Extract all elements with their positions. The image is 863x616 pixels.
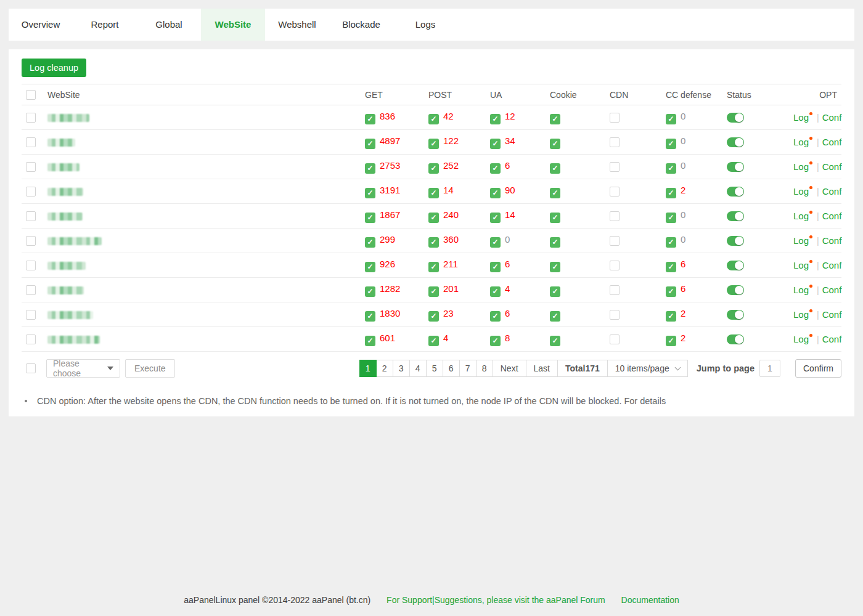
cdn-checkbox[interactable] bbox=[610, 187, 620, 197]
get-check-icon[interactable]: ✓ bbox=[365, 311, 375, 322]
get-check-icon[interactable]: ✓ bbox=[365, 286, 375, 297]
cc-defense-check-icon[interactable]: ✓ bbox=[666, 336, 676, 346]
website-name-redacted[interactable] bbox=[47, 237, 102, 245]
log-link[interactable]: Log bbox=[793, 260, 809, 270]
ua-check-icon[interactable]: ✓ bbox=[490, 163, 501, 174]
cdn-checkbox[interactable] bbox=[610, 310, 620, 320]
page-button-3[interactable]: 3 bbox=[393, 360, 410, 377]
page-button-5[interactable]: 5 bbox=[426, 360, 443, 377]
row-checkbox[interactable] bbox=[26, 310, 36, 320]
batch-action-select[interactable]: Please choose bbox=[46, 359, 120, 378]
items-per-page-select[interactable]: 10 items/page bbox=[607, 360, 688, 377]
cdn-checkbox[interactable] bbox=[610, 285, 620, 295]
page-button-1[interactable]: 1 bbox=[359, 360, 377, 377]
website-name-redacted[interactable] bbox=[47, 336, 100, 344]
cookie-check-icon[interactable]: ✓ bbox=[550, 213, 560, 223]
row-checkbox[interactable] bbox=[26, 162, 36, 172]
cookie-check-icon[interactable]: ✓ bbox=[550, 262, 560, 272]
log-link[interactable]: Log bbox=[793, 186, 809, 197]
cc-defense-check-icon[interactable]: ✓ bbox=[666, 262, 676, 272]
cookie-check-icon[interactable]: ✓ bbox=[550, 188, 560, 198]
execute-button[interactable]: Execute bbox=[125, 359, 175, 378]
post-check-icon[interactable]: ✓ bbox=[428, 237, 439, 248]
conf-link[interactable]: Conf bbox=[822, 211, 842, 221]
jump-page-input[interactable] bbox=[759, 360, 780, 377]
log-link[interactable]: Log bbox=[793, 211, 809, 221]
conf-link[interactable]: Conf bbox=[822, 260, 842, 270]
cc-defense-check-icon[interactable]: ✓ bbox=[666, 139, 676, 149]
cookie-check-icon[interactable]: ✓ bbox=[550, 139, 560, 149]
page-button-4[interactable]: 4 bbox=[409, 360, 427, 377]
status-toggle[interactable] bbox=[727, 261, 744, 270]
status-toggle[interactable] bbox=[727, 113, 744, 123]
get-check-icon[interactable]: ✓ bbox=[365, 336, 375, 346]
website-name-redacted[interactable] bbox=[47, 139, 75, 147]
cookie-check-icon[interactable]: ✓ bbox=[550, 163, 560, 174]
log-link[interactable]: Log bbox=[793, 235, 809, 246]
tab-overview[interactable]: Overview bbox=[9, 9, 73, 41]
page-button-7[interactable]: 7 bbox=[459, 360, 476, 377]
batch-select-checkbox[interactable] bbox=[26, 363, 36, 373]
log-cleanup-button[interactable]: Log cleanup bbox=[22, 59, 86, 77]
row-checkbox[interactable] bbox=[26, 137, 36, 147]
post-check-icon[interactable]: ✓ bbox=[428, 286, 439, 297]
post-check-icon[interactable]: ✓ bbox=[428, 163, 439, 174]
log-link[interactable]: Log bbox=[793, 161, 809, 172]
row-checkbox[interactable] bbox=[26, 261, 36, 270]
cc-defense-check-icon[interactable]: ✓ bbox=[666, 213, 676, 223]
get-check-icon[interactable]: ✓ bbox=[365, 237, 375, 248]
conf-link[interactable]: Conf bbox=[822, 112, 842, 123]
log-link[interactable]: Log bbox=[793, 309, 809, 320]
cdn-checkbox[interactable] bbox=[610, 261, 620, 270]
post-check-icon[interactable]: ✓ bbox=[428, 139, 439, 149]
cc-defense-check-icon[interactable]: ✓ bbox=[666, 237, 676, 248]
get-check-icon[interactable]: ✓ bbox=[365, 163, 375, 174]
select-all-checkbox[interactable] bbox=[26, 90, 36, 100]
conf-link[interactable]: Conf bbox=[822, 137, 842, 147]
conf-link[interactable]: Conf bbox=[822, 334, 842, 344]
cookie-check-icon[interactable]: ✓ bbox=[550, 311, 560, 322]
ua-check-icon[interactable]: ✓ bbox=[490, 114, 501, 124]
log-link[interactable]: Log bbox=[793, 285, 809, 295]
cc-defense-check-icon[interactable]: ✓ bbox=[666, 311, 676, 322]
website-name-redacted[interactable] bbox=[47, 213, 83, 221]
status-toggle[interactable] bbox=[727, 137, 744, 147]
status-toggle[interactable] bbox=[727, 236, 744, 246]
website-name-redacted[interactable] bbox=[47, 286, 84, 294]
cc-defense-check-icon[interactable]: ✓ bbox=[666, 188, 676, 198]
post-check-icon[interactable]: ✓ bbox=[428, 188, 439, 198]
post-check-icon[interactable]: ✓ bbox=[428, 336, 439, 346]
next-page-button[interactable]: Next bbox=[493, 360, 526, 377]
cc-defense-check-icon[interactable]: ✓ bbox=[666, 286, 676, 297]
website-name-redacted[interactable] bbox=[47, 188, 83, 196]
get-check-icon[interactable]: ✓ bbox=[365, 139, 375, 149]
page-button-2[interactable]: 2 bbox=[376, 360, 393, 377]
get-check-icon[interactable]: ✓ bbox=[365, 213, 375, 223]
row-checkbox[interactable] bbox=[26, 236, 36, 246]
get-check-icon[interactable]: ✓ bbox=[365, 114, 375, 124]
status-toggle[interactable] bbox=[727, 187, 744, 197]
row-checkbox[interactable] bbox=[26, 334, 36, 344]
website-name-redacted[interactable] bbox=[47, 114, 89, 122]
cookie-check-icon[interactable]: ✓ bbox=[550, 286, 560, 297]
row-checkbox[interactable] bbox=[26, 211, 36, 221]
cookie-check-icon[interactable]: ✓ bbox=[550, 336, 560, 346]
cdn-checkbox[interactable] bbox=[610, 137, 620, 147]
tab-report[interactable]: Report bbox=[73, 9, 137, 41]
row-checkbox[interactable] bbox=[26, 113, 36, 123]
ua-check-icon[interactable]: ✓ bbox=[490, 213, 501, 223]
website-name-redacted[interactable] bbox=[47, 163, 80, 171]
last-page-button[interactable]: Last bbox=[526, 360, 558, 377]
conf-link[interactable]: Conf bbox=[822, 235, 842, 246]
ua-check-icon[interactable]: ✓ bbox=[490, 286, 501, 297]
tab-webshell[interactable]: Webshell bbox=[265, 9, 329, 41]
ua-check-icon[interactable]: ✓ bbox=[490, 237, 501, 248]
status-toggle[interactable] bbox=[727, 162, 744, 172]
documentation-link[interactable]: Documentation bbox=[621, 595, 679, 605]
post-check-icon[interactable]: ✓ bbox=[428, 262, 439, 272]
cc-defense-check-icon[interactable]: ✓ bbox=[666, 163, 676, 174]
status-toggle[interactable] bbox=[727, 285, 744, 295]
ua-check-icon[interactable]: ✓ bbox=[490, 336, 501, 346]
status-toggle[interactable] bbox=[727, 310, 744, 320]
post-check-icon[interactable]: ✓ bbox=[428, 311, 439, 322]
